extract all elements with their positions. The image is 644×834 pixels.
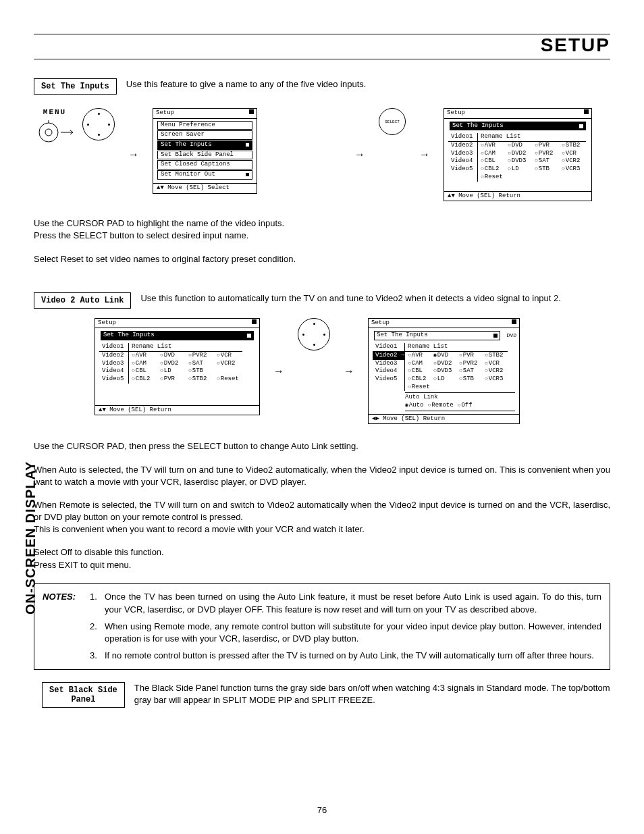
osd-set-inputs-autolink: Setup Set The Inputs DVD Video1Rename Li…: [368, 318, 520, 425]
svg-point-0: [39, 123, 58, 142]
osd-menu-item: Screen Saver: [157, 130, 252, 140]
section-video2-auto-link: Video 2 Auto Link: [34, 292, 131, 309]
note-number: 2.: [90, 621, 105, 646]
arrow-right-icon: →: [415, 149, 434, 161]
arrow-right-icon: →: [269, 365, 288, 377]
osd-subtitle-selected: Set The Inputs: [101, 331, 254, 340]
arrow-right-icon: →: [340, 365, 358, 377]
osd-footer: ▲▼ Move (SEL) Select: [153, 183, 257, 193]
notes-label: [43, 621, 90, 646]
osd-menu-item: Menu Preference: [157, 121, 252, 130]
page-number: 76: [34, 805, 610, 815]
note-number: 3.: [90, 650, 105, 662]
note-text: Once the TV has been turned on using the…: [105, 591, 601, 617]
section-set-the-inputs: Set The Inputs: [34, 78, 117, 95]
notes-label: [43, 650, 90, 662]
body-text: When Remote is selected, the TV will tur…: [34, 499, 610, 536]
section-set-black-side-panel-desc: The Black Side Panel function turns the …: [134, 682, 610, 706]
body-text: Select Reset to set video names to origi…: [34, 253, 610, 265]
osd-title: Setup: [156, 109, 174, 118]
osd-setup-menu: Setup Menu PreferenceScreen SaverSet The…: [153, 108, 257, 194]
osd-footer: ▲▼ Move (SEL) Return: [95, 405, 259, 415]
osd-title: Setup: [447, 109, 465, 118]
side-label: ON-SCREEN DISPLAY: [23, 461, 38, 615]
svg-point-1: [45, 129, 52, 136]
select-button-icon: SELECT: [379, 108, 406, 135]
body-text: When Auto is selected, the TV will turn …: [34, 464, 610, 488]
osd-subtitle: Set The Inputs: [374, 331, 500, 340]
body-text: Select Off to disable this function. Pre…: [34, 546, 610, 571]
osd-footer: ◀▶ Move (SEL) Return: [369, 414, 519, 424]
osd-menu-item: Set Closed Captions: [157, 160, 252, 170]
scrollbar-icon: [252, 319, 257, 324]
osd-menu-item: Set Black Side Panel: [157, 151, 252, 160]
osd-menu-item: Set The Inputs: [157, 140, 252, 150]
remote-select-diagram: SELECT: [379, 108, 406, 135]
arrow-right-icon: →: [350, 149, 369, 161]
osd-set-inputs-before: Setup Set The Inputs Video1Rename ListVi…: [95, 318, 260, 416]
page-title: SETUP: [34, 34, 610, 59]
osd-footer: ▲▼ Move (SEL) Return: [444, 191, 591, 201]
note-text: When using Remote mode, any remote contr…: [105, 621, 601, 646]
remote-menu-diagram: MENU: [36, 108, 73, 146]
remote-menu-label: MENU: [43, 108, 66, 116]
section-set-black-side-panel: Set Black Side Panel: [42, 682, 125, 708]
osd-title: Setup: [371, 319, 390, 328]
cursor-pad-diagram: [82, 108, 115, 140]
section-video2-auto-link-desc: Use this function to automatically turn …: [140, 292, 560, 305]
note-number: 1.: [90, 591, 105, 617]
scrollbar-icon: [512, 319, 516, 324]
arrow-right-icon: →: [124, 149, 143, 161]
scrollbar-icon: [249, 109, 254, 114]
body-text: Use the CURSOR PAD to highlight the name…: [34, 217, 610, 242]
cursor-pad-diagram: [298, 318, 330, 350]
section-set-the-inputs-desc: Use this feature to give a name to any o…: [126, 78, 367, 90]
note-text: If no remote control button is pressed a…: [105, 650, 601, 662]
osd-subtitle-selected: Set The Inputs: [450, 122, 586, 131]
notes-box: NOTES:1.Once the TV has been turned on u…: [34, 583, 610, 670]
menu-button-icon: [36, 119, 73, 146]
osd-badge: DVD: [507, 332, 516, 339]
osd-set-inputs-list: Setup Set The Inputs Video1Rename ListVi…: [444, 108, 592, 201]
body-text: Use the CURSOR PAD, then press the SELEC…: [34, 440, 610, 452]
notes-label: NOTES:: [43, 591, 90, 617]
osd-menu-item: Set Monitor Out: [157, 170, 252, 180]
osd-title: Setup: [98, 319, 116, 328]
scrollbar-icon: [584, 109, 589, 114]
